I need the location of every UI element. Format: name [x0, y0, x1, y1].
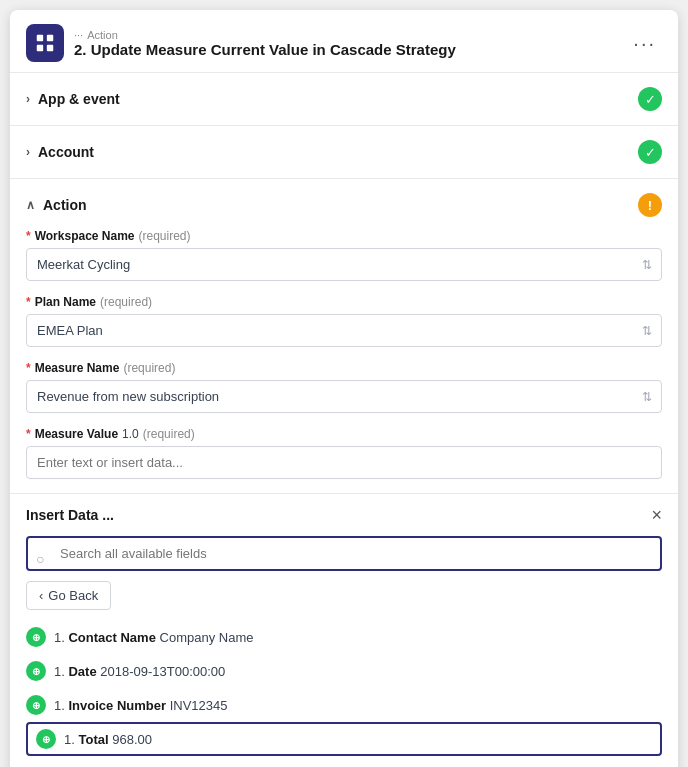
- list-item[interactable]: ⊕ 1. Contact Name Company Name: [26, 620, 662, 654]
- item-text-4: 1. Total 968.00: [64, 732, 152, 747]
- svg-rect-0: [37, 35, 43, 41]
- chevron-right-icon-2: ›: [26, 145, 30, 159]
- search-wrapper: ○: [10, 536, 678, 581]
- main-panel: ··· Action 2. Update Measure Current Val…: [10, 10, 678, 767]
- section-account-label: › Account: [26, 144, 94, 160]
- search-input[interactable]: [26, 536, 662, 571]
- required-asterisk-4: *: [26, 427, 31, 441]
- plan-name-field: * Plan Name (required) EMEA Plan: [26, 295, 662, 347]
- chevron-left-icon: ‹: [39, 588, 43, 603]
- more-options-button[interactable]: ···: [627, 30, 662, 57]
- required-asterisk-2: *: [26, 295, 31, 309]
- status-badge-app-event: ✓: [638, 87, 662, 111]
- workspace-name-label: * Workspace Name (required): [26, 229, 662, 243]
- measure-version: 1.0: [122, 427, 139, 441]
- section-app-event[interactable]: › App & event ✓: [10, 73, 678, 126]
- insert-data-panel: Insert Data ... × ○ ‹ Go Back ⊕ 1. Conta…: [10, 493, 678, 756]
- list-item[interactable]: ⊕ 1. Invoice Number INV12345: [26, 688, 662, 722]
- item-text-3: 1. Invoice Number INV12345: [54, 698, 227, 713]
- item-icon-3: ⊕: [26, 695, 46, 715]
- section-account[interactable]: › Account ✓: [10, 126, 678, 179]
- data-items-list: ⊕ 1. Contact Name Company Name ⊕ 1. Date…: [10, 620, 678, 756]
- measure-name-label: * Measure Name (required): [26, 361, 662, 375]
- required-asterisk-3: *: [26, 361, 31, 375]
- section-app-event-label: › App & event: [26, 91, 120, 107]
- workspace-name-field: * Workspace Name (required) Meerkat Cycl…: [26, 229, 662, 281]
- action-section-header[interactable]: ∧ Action !: [26, 179, 662, 229]
- app-icon: [26, 24, 64, 62]
- svg-rect-1: [47, 35, 53, 41]
- action-text: Action: [87, 29, 118, 41]
- item-text-1: 1. Contact Name Company Name: [54, 630, 253, 645]
- item-icon-4: ⊕: [36, 729, 56, 749]
- status-badge-account: ✓: [638, 140, 662, 164]
- insert-data-title: Insert Data ...: [26, 507, 114, 523]
- list-item-selected[interactable]: ⊕ 1. Total 968.00: [26, 722, 662, 756]
- item-text-2: 1. Date 2018-09-13T00:00:00: [54, 664, 225, 679]
- measure-name-field: * Measure Name (required) Revenue from n…: [26, 361, 662, 413]
- measure-value-field: * Measure Value 1.0 (required): [26, 427, 662, 479]
- plan-name-select[interactable]: EMEA Plan: [26, 314, 662, 347]
- status-badge-action: !: [638, 193, 662, 217]
- cascade-icon: [34, 32, 56, 54]
- action-label: ··· Action: [74, 29, 456, 41]
- insert-data-header: Insert Data ... ×: [10, 494, 678, 536]
- section-action: ∧ Action ! * Workspace Name (required) M…: [10, 179, 678, 767]
- workspace-name-select[interactable]: Meerkat Cycling: [26, 248, 662, 281]
- panel-header: ··· Action 2. Update Measure Current Val…: [10, 10, 678, 73]
- go-back-button[interactable]: ‹ Go Back: [26, 581, 111, 610]
- list-item[interactable]: ⊕ 1. Date 2018-09-13T00:00:00: [26, 654, 662, 688]
- section-action-label: ∧ Action: [26, 197, 87, 213]
- measure-name-select[interactable]: Revenue from new subscription: [26, 380, 662, 413]
- insert-data-close-button[interactable]: ×: [651, 506, 662, 524]
- workspace-name-select-wrapper: Meerkat Cycling: [26, 248, 662, 281]
- measure-value-label: * Measure Value 1.0 (required): [26, 427, 662, 441]
- measure-value-input[interactable]: [26, 446, 662, 479]
- plan-name-label: * Plan Name (required): [26, 295, 662, 309]
- page-title: 2. Update Measure Current Value in Casca…: [74, 41, 456, 58]
- plan-name-select-wrapper: EMEA Plan: [26, 314, 662, 347]
- search-icon: ○: [36, 551, 44, 567]
- svg-rect-3: [47, 45, 53, 51]
- chevron-right-icon: ›: [26, 92, 30, 106]
- item-icon-2: ⊕: [26, 661, 46, 681]
- go-back-label: Go Back: [48, 588, 98, 603]
- header-text: ··· Action 2. Update Measure Current Val…: [74, 29, 456, 58]
- required-asterisk-1: *: [26, 229, 31, 243]
- breadcrumb-dots: ···: [74, 29, 83, 41]
- svg-rect-2: [37, 45, 43, 51]
- measure-name-select-wrapper: Revenue from new subscription: [26, 380, 662, 413]
- header-left: ··· Action 2. Update Measure Current Val…: [26, 24, 456, 62]
- item-icon-1: ⊕: [26, 627, 46, 647]
- chevron-down-icon: ∧: [26, 198, 35, 212]
